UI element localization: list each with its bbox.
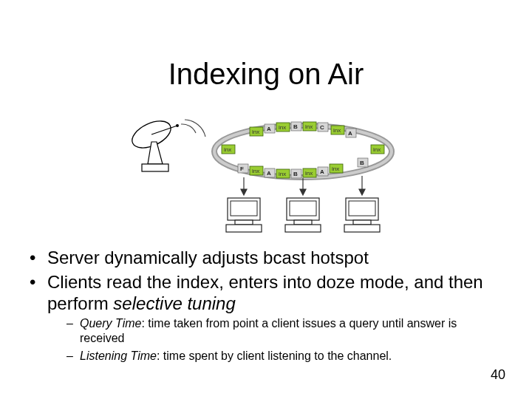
svg-text:inx: inx [305, 123, 313, 130]
svg-text:inx: inx [333, 127, 341, 134]
svg-rect-51 [226, 225, 262, 232]
svg-text:B: B [293, 171, 298, 177]
bullet-text: Clients read the index, enters into doze… [47, 272, 502, 315]
bullet-dot: • [30, 248, 47, 269]
svg-text:inx: inx [224, 146, 231, 153]
svg-text:A: A [267, 170, 271, 177]
arrows-down [241, 176, 365, 195]
svg-text:C: C [320, 124, 324, 131]
svg-text:F: F [240, 166, 244, 172]
svg-text:inx: inx [305, 170, 313, 177]
svg-marker-45 [300, 189, 306, 195]
sub-bullet-list: – Query Time: time taken from point a cl… [66, 316, 502, 366]
svg-rect-54 [294, 220, 312, 225]
slide-number: 40 [491, 367, 505, 383]
bullet-list: • Server dynamically adjusts bcast hotsp… [30, 248, 502, 317]
svg-text:inx: inx [373, 146, 381, 153]
svg-text:A: A [348, 130, 352, 137]
svg-text:inx: inx [252, 129, 259, 135]
svg-rect-55 [285, 225, 321, 232]
svg-rect-58 [353, 220, 371, 225]
client-computer-icon [226, 198, 262, 232]
svg-text:inx: inx [279, 124, 286, 131]
satellite-dish-icon [128, 116, 205, 171]
svg-text:B: B [293, 123, 298, 130]
svg-text:B: B [360, 160, 364, 166]
svg-rect-50 [235, 220, 253, 225]
dash-icon: – [66, 316, 80, 331]
sub-bullet-text: Listening Time: time spent by client lis… [80, 349, 502, 364]
bullet-dot: • [30, 272, 47, 293]
client-computer-icon [285, 198, 321, 232]
svg-rect-49 [231, 201, 257, 216]
client-computer-icon [344, 198, 380, 232]
svg-point-40 [176, 124, 179, 127]
svg-rect-57 [349, 201, 375, 216]
svg-text:A: A [267, 126, 271, 132]
sub-bullet-text: Query Time: time taken from point a clie… [80, 316, 502, 346]
dash-icon: – [66, 349, 80, 364]
bullet-text: Server dynamically adjusts bcast hotspot [47, 248, 502, 269]
svg-text:A: A [320, 168, 324, 175]
svg-text:inx: inx [252, 168, 259, 174]
svg-rect-53 [290, 201, 316, 216]
page-title: Indexing on Air [0, 58, 532, 91]
svg-text:inx: inx [279, 171, 286, 177]
svg-rect-41 [142, 164, 168, 171]
svg-rect-59 [344, 225, 380, 232]
svg-text:inx: inx [332, 166, 339, 172]
svg-marker-47 [359, 189, 365, 195]
broadcast-figure: inx A inx B inx C inx A inx inx F inx A … [111, 103, 421, 236]
svg-marker-43 [241, 189, 247, 195]
ring-block: inx A inx B inx C inx A [250, 122, 356, 137]
